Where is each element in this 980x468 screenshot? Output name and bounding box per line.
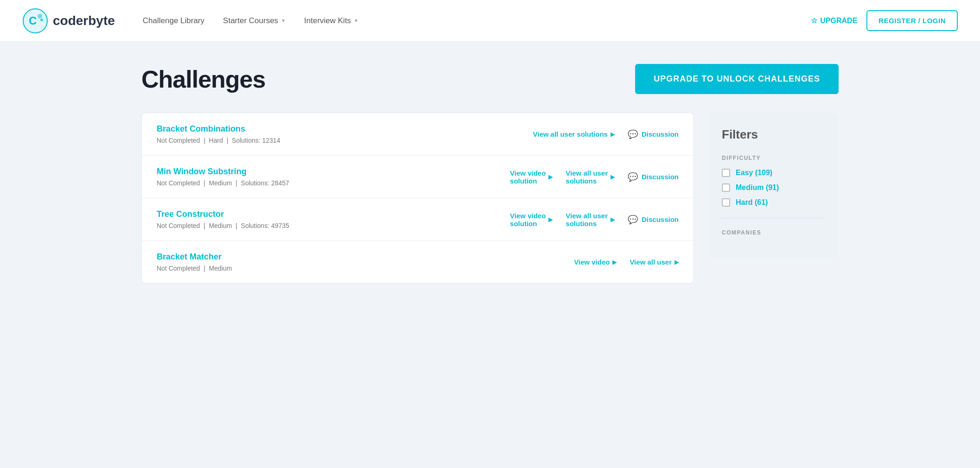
register-login-button[interactable]: REGISTER / LOGIN — [866, 10, 958, 31]
arrow-right-icon: ▶ — [611, 216, 615, 223]
arrow-right-icon: ▶ — [548, 216, 553, 223]
svg-text:C: C — [29, 14, 37, 27]
arrow-right-icon: ▶ — [611, 174, 615, 180]
challenge-actions: View video ▶ View all user ▶ — [305, 258, 679, 266]
filter-option-hard[interactable]: Hard (61) — [722, 198, 826, 207]
view-all-solutions-link[interactable]: View all user solutions ▶ — [533, 130, 615, 138]
page-header-row: Challenges UPGRADE TO UNLOCK CHALLENGES — [141, 64, 839, 94]
filter-option-easy[interactable]: Easy (109) — [722, 169, 826, 177]
upgrade-link[interactable]: ☆ UPGRADE — [811, 16, 857, 25]
chat-icon: 💬 — [628, 215, 638, 225]
page-content: Challenges UPGRADE TO UNLOCK CHALLENGES … — [119, 42, 861, 306]
chat-icon: 💬 — [628, 172, 638, 182]
arrow-right-icon: ▶ — [675, 259, 679, 266]
challenge-meta: Not Completed | Medium | Solutions: 4973… — [157, 222, 296, 229]
challenge-actions: View videosolution ▶ View all usersoluti… — [305, 212, 679, 228]
hard-filter-label: Hard (61) — [736, 198, 768, 207]
hard-checkbox[interactable] — [722, 198, 730, 207]
challenge-actions: View videosolution ▶ View all usersoluti… — [305, 169, 679, 185]
arrow-right-icon: ▶ — [611, 131, 615, 138]
discussion-link[interactable]: 💬 Discussion — [628, 129, 679, 139]
challenge-name[interactable]: Min Window Substring — [157, 167, 296, 177]
challenge-list: Bracket Combinations Not Completed | Har… — [141, 113, 694, 284]
filter-option-medium[interactable]: Medium (91) — [722, 183, 826, 192]
view-video-solution-link[interactable]: View video ▶ — [574, 258, 617, 266]
challenge-info: Bracket Matcher Not Completed | Medium — [157, 252, 296, 272]
main-nav: Challenge Library Starter Courses ▼ Inte… — [143, 16, 811, 25]
arrow-right-icon: ▶ — [612, 259, 617, 266]
challenge-meta: Not Completed | Hard | Solutions: 12314 — [157, 137, 296, 144]
challenge-name[interactable]: Tree Constructor — [157, 209, 296, 219]
medium-checkbox[interactable] — [722, 183, 730, 192]
interview-kits-chevron-icon: ▼ — [354, 18, 358, 23]
starter-courses-chevron-icon: ▼ — [281, 18, 286, 23]
easy-filter-label: Easy (109) — [736, 169, 772, 177]
medium-filter-label: Medium (91) — [736, 183, 779, 192]
challenge-info: Tree Constructor Not Completed | Medium … — [157, 209, 296, 229]
table-row: Bracket Combinations Not Completed | Har… — [142, 113, 694, 156]
header: C coderbyte Challenge Library Starter Co… — [0, 0, 980, 42]
challenge-info: Min Window Substring Not Completed | Med… — [157, 167, 296, 187]
view-video-solution-link[interactable]: View videosolution ▶ — [510, 212, 553, 228]
discussion-link[interactable]: 💬 Discussion — [628, 215, 679, 225]
svg-point-2 — [38, 14, 42, 19]
table-row: Tree Constructor Not Completed | Medium … — [142, 198, 694, 241]
nav-interview-kits[interactable]: Interview Kits ▼ — [304, 16, 358, 25]
nav-challenge-library[interactable]: Challenge Library — [143, 16, 204, 25]
challenge-name[interactable]: Bracket Matcher — [157, 252, 296, 262]
upgrade-to-unlock-button[interactable]: UPGRADE TO UNLOCK CHALLENGES — [635, 64, 839, 94]
table-row: Bracket Matcher Not Completed | Medium V… — [142, 241, 694, 283]
challenge-name[interactable]: Bracket Combinations — [157, 124, 296, 134]
logo-icon: C — [22, 8, 48, 34]
table-row: Min Window Substring Not Completed | Med… — [142, 156, 694, 198]
difficulty-label: DIFFICULTY — [722, 155, 826, 161]
logo-area[interactable]: C coderbyte — [22, 8, 115, 34]
filter-separator — [722, 218, 826, 218]
companies-label: COMPANIES — [722, 229, 826, 236]
filters-title: Filters — [722, 127, 826, 142]
svg-point-3 — [40, 19, 43, 21]
chat-icon: 💬 — [628, 129, 638, 139]
main-layout: Bracket Combinations Not Completed | Har… — [141, 113, 839, 284]
nav-starter-courses[interactable]: Starter Courses ▼ — [223, 16, 286, 25]
filters-panel: Filters DIFFICULTY Easy (109) Medium (91… — [709, 113, 839, 258]
challenge-actions: View all user solutions ▶ 💬 Discussion — [305, 129, 679, 139]
challenge-meta: Not Completed | Medium — [157, 265, 296, 272]
view-all-solutions-link[interactable]: View all usersolutions ▶ — [566, 169, 615, 185]
view-video-solution-link[interactable]: View videosolution ▶ — [510, 169, 553, 185]
arrow-right-icon: ▶ — [548, 174, 553, 180]
header-actions: ☆ UPGRADE REGISTER / LOGIN — [811, 10, 958, 31]
challenge-info: Bracket Combinations Not Completed | Har… — [157, 124, 296, 144]
view-all-solutions-link[interactable]: View all user ▶ — [630, 258, 679, 266]
logo-text: coderbyte — [53, 13, 115, 28]
page-title: Challenges — [141, 65, 265, 93]
easy-checkbox[interactable] — [722, 169, 730, 177]
view-all-solutions-link[interactable]: View all usersolutions ▶ — [566, 212, 615, 228]
challenge-meta: Not Completed | Medium | Solutions: 2845… — [157, 179, 296, 187]
star-icon: ☆ — [811, 16, 817, 25]
discussion-link[interactable]: 💬 Discussion — [628, 172, 679, 182]
